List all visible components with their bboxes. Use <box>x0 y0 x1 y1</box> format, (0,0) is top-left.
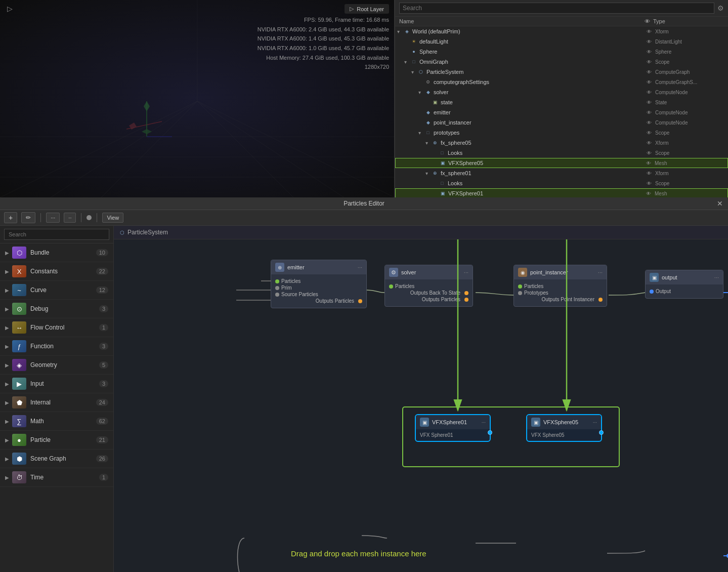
tree-row[interactable]: ▾◆solver👁ComputeNode <box>395 87 728 97</box>
tree-arrow[interactable]: ▾ <box>418 130 424 136</box>
tree-eye-icon[interactable]: 👁 <box>643 90 655 95</box>
canvas-area[interactable]: ⬡ ParticleSystem <box>114 226 728 572</box>
tree-row[interactable]: ▾□prototypes👁Scope <box>395 128 728 138</box>
scene-filter-icon[interactable]: ⚙ <box>717 4 724 12</box>
port-dot-out <box>464 291 468 295</box>
tree-row[interactable]: ●Sphere👁Sphere <box>395 47 728 57</box>
add-node-btn[interactable]: + <box>4 212 17 223</box>
tree-row[interactable]: ☀defaultLight👁DistantLight <box>395 36 728 47</box>
output-dots[interactable]: ··· <box>714 274 719 280</box>
tree-eye-icon[interactable]: 👁 <box>643 120 655 126</box>
curve-arrow: ▶ <box>5 288 12 293</box>
sidebar-item-scenegraph[interactable]: ▶⬢Scene Graph26 <box>0 450 113 468</box>
tree-icon: ◆ <box>424 109 432 116</box>
tree-eye-icon[interactable]: 👁 <box>643 130 655 136</box>
sidebar-item-curve[interactable]: ▶~Curve12 <box>0 281 113 300</box>
vfx05-dots[interactable]: ··· <box>593 420 597 425</box>
viewport-play-btn[interactable]: ▷ <box>5 4 14 13</box>
sidebar-item-constants[interactable]: ▶XConstants22 <box>0 262 113 281</box>
tree-eye-icon[interactable]: 👁 <box>643 150 655 156</box>
tree-arrow[interactable]: ▾ <box>425 171 432 176</box>
emitter-node[interactable]: ⊕ emitter ··· Particles <box>271 260 367 308</box>
tree-eye-icon[interactable]: 👁 <box>643 79 655 85</box>
port-label: Prim <box>281 285 292 291</box>
tree-label: OmniGraph <box>419 59 643 65</box>
vfxsphere05-node[interactable]: ▣ VFXSphere05 ··· VFX Sphere05 <box>526 414 602 442</box>
sidebar-item-internal[interactable]: ▶⬟Internal24 <box>0 393 113 412</box>
tree-eye-icon[interactable]: 👁 <box>643 191 655 196</box>
name-col-header: Name <box>399 18 641 24</box>
tree-arrow[interactable]: ▾ <box>404 59 410 65</box>
tree-row[interactable]: ▾□OmniGraph👁Scope <box>395 57 728 67</box>
tree-arrow[interactable]: ▾ <box>425 140 432 146</box>
internal-label: Internal <box>30 399 96 406</box>
vfxsphere01-node[interactable]: ▣ VFXSphere01 ··· VFX Sphere01 <box>415 414 491 442</box>
vfx01-dots[interactable]: ··· <box>482 420 486 425</box>
node-sidebar: ▶⬡Bundle10▶XConstants22▶~Curve12▶⊙Debug3… <box>0 226 114 572</box>
tree-eye-icon[interactable]: 👁 <box>643 181 655 186</box>
emitter-port-particles: Particles <box>275 278 362 284</box>
tree-eye-icon[interactable]: 👁 <box>643 160 655 166</box>
tree-type: Scope <box>655 181 726 186</box>
tree-icon: ⊕ <box>432 170 439 177</box>
sidebar-item-geometry[interactable]: ▶◈Geometry5 <box>0 356 113 375</box>
vfx01-subtitle: VFX Sphere01 <box>420 432 486 438</box>
point-instancer-node[interactable]: ◉ point_instancer ··· Particles <box>513 265 607 307</box>
tree-row[interactable]: ▾⬡ParticleSystem👁ComputeGraph <box>395 67 728 77</box>
tree-row[interactable]: ▣VFXSphere05👁Mesh <box>395 158 728 168</box>
tree-row[interactable]: ▣VFXSphere01👁Mesh <box>395 188 728 197</box>
view-btn[interactable]: View <box>102 213 123 223</box>
tree-eye-icon[interactable]: 👁 <box>643 59 655 65</box>
tree-eye-icon[interactable]: 👁 <box>643 39 655 45</box>
sidebar-item-function[interactable]: ▶ƒFunction3 <box>0 337 113 356</box>
node-search-input[interactable] <box>4 229 109 240</box>
tree-arrow[interactable]: ▾ <box>397 29 403 34</box>
editor-close-btn[interactable]: ✕ <box>717 199 723 208</box>
point-instancer-dots[interactable]: ··· <box>598 269 603 275</box>
constants-arrow: ▶ <box>5 269 12 274</box>
tree-row[interactable]: □Looks👁Scope <box>395 148 728 158</box>
sidebar-item-particle[interactable]: ▶●Particle21 <box>0 431 113 450</box>
tree-arrow[interactable]: ▾ <box>418 90 424 95</box>
tree-eye-icon[interactable]: 👁 <box>643 49 655 55</box>
tree-arrow[interactable]: ▾ <box>411 69 417 75</box>
tree-row[interactable]: ▾⊕fx_sphere01👁Xform <box>395 168 728 178</box>
port-label: Output <box>656 289 671 294</box>
viewport: ▷ Root Layer FPS: 59.96, Frame time: 16.… <box>0 0 395 197</box>
sidebar-item-time[interactable]: ▶⏱Time1 <box>0 468 113 487</box>
tree-row[interactable]: ▣state👁State <box>395 97 728 107</box>
sidebar-item-input[interactable]: ▶▶Input3 <box>0 375 113 393</box>
dots-btn2[interactable]: ·· <box>64 213 76 223</box>
tree-eye-icon[interactable]: 👁 <box>643 100 655 105</box>
emitter-dots[interactable]: ··· <box>358 264 362 270</box>
tree-row[interactable]: □Looks👁Scope <box>395 178 728 188</box>
tree-eye-icon[interactable]: 👁 <box>643 140 655 146</box>
tree-eye-icon[interactable]: 👁 <box>643 29 655 34</box>
tree-row[interactable]: ◆point_instancer👁ComputeNode <box>395 117 728 128</box>
solver-dots[interactable]: ··· <box>464 269 468 275</box>
tree-icon: ◆ <box>424 89 432 96</box>
sidebar-item-debug[interactable]: ▶⊙Debug3 <box>0 300 113 318</box>
tree-eye-icon[interactable]: 👁 <box>643 69 655 75</box>
tree-row[interactable]: ⚙computegraphSettings👁ComputeGraphS... <box>395 77 728 87</box>
particle-system-label: ParticleSystem <box>127 229 168 236</box>
solver-port-outputs: Outputs Particles <box>389 297 468 302</box>
sidebar-item-flowcontrol[interactable]: ▶↔Flow Control1 <box>0 318 113 337</box>
sidebar-item-math[interactable]: ▶∑Math62 <box>0 412 113 431</box>
tree-row[interactable]: ▾⊕fx_sphere05👁Xform <box>395 138 728 148</box>
solver-node[interactable]: ⚙ solver ··· Particles Outputs Back T <box>384 265 473 307</box>
tree-row[interactable]: ▾◈World (defaultPrim)👁Xform <box>395 26 728 36</box>
tree-label: emitter <box>434 109 643 115</box>
tree-row[interactable]: ◆emitter👁ComputeNode <box>395 107 728 117</box>
tree-eye-icon[interactable]: 👁 <box>643 110 655 115</box>
canvas-content: ⊕ emitter ··· Particles <box>114 239 728 572</box>
emitter-node-header: ⊕ emitter ··· <box>271 260 366 274</box>
pi-port-particles: Particles <box>518 283 603 289</box>
svg-marker-15 <box>142 129 152 134</box>
sidebar-item-bundle[interactable]: ▶⬡Bundle10 <box>0 243 113 262</box>
scene-search-input[interactable] <box>399 3 714 14</box>
output-node[interactable]: ▣ output ··· Output <box>645 270 723 299</box>
pencil-btn[interactable]: ✏ <box>21 212 35 223</box>
tree-eye-icon[interactable]: 👁 <box>643 171 655 176</box>
dots-btn[interactable]: ··· <box>46 213 60 223</box>
